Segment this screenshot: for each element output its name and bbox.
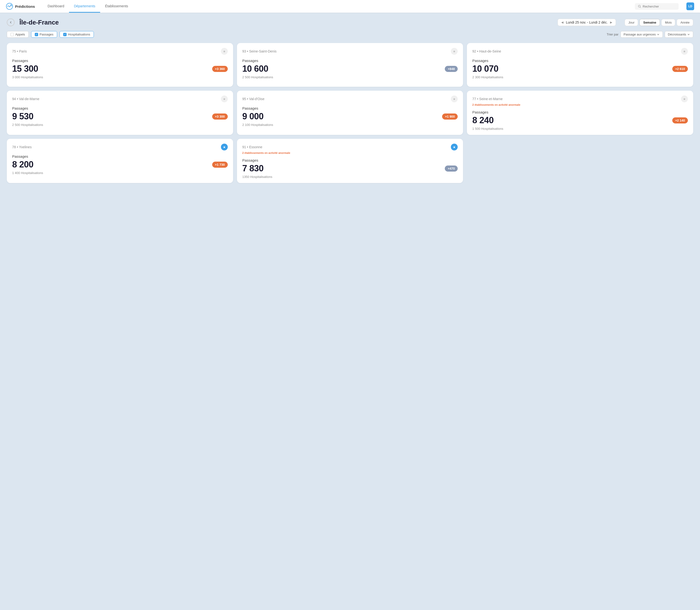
card-metric-label-75: Passages — [12, 59, 228, 63]
card-value-row-75: 15 300 +3 360 — [12, 64, 228, 74]
card-header-78: 78 • Yvelines ★ — [12, 144, 228, 150]
search-bar[interactable] — [635, 3, 679, 10]
card-dept-name-94: 94 • Val-de-Marne — [12, 97, 39, 101]
card-value-row-78: 8 200 +1 730 — [12, 159, 228, 170]
card-metric-label-94: Passages — [12, 106, 228, 110]
card-metric-label-95: Passages — [242, 106, 458, 110]
dept-card-77[interactable]: 77 • Seine-et-Marne ★ 2 établissements e… — [467, 91, 693, 135]
card-value-91: 7 830 — [242, 163, 264, 174]
back-button[interactable] — [7, 18, 15, 26]
filter-hospitalisations[interactable]: ✓ Hospitalisations — [60, 31, 94, 38]
star-button-75[interactable]: ★ — [221, 48, 228, 55]
card-dept-name-93: 93 • Seine-Saint-Denis — [242, 49, 276, 53]
card-value-93: 10 600 — [242, 64, 268, 74]
card-dept-name-75: 75 • Paris — [12, 49, 27, 53]
star-button-77[interactable]: ★ — [681, 96, 688, 102]
nav-etablissements[interactable]: Établissements — [100, 0, 133, 13]
sort-order-select[interactable]: Décroissants — [665, 31, 693, 38]
svg-line-2 — [640, 7, 641, 8]
card-badge-95: +1 900 — [442, 113, 458, 119]
departments-grid: 75 • Paris ★ Passages 15 300 +3 360 3 00… — [7, 43, 693, 183]
card-badge-93: +848 — [445, 66, 458, 72]
filter-appels-label: Appels — [15, 33, 25, 36]
star-button-93[interactable]: ★ — [451, 48, 458, 55]
star-button-92[interactable]: ★ — [681, 48, 688, 55]
card-alert-77: 2 établissements en activité anormale — [472, 103, 688, 106]
card-value-row-93: 10 600 +848 — [242, 64, 458, 74]
dept-card-75[interactable]: 75 • Paris ★ Passages 15 300 +3 360 3 00… — [7, 43, 233, 87]
sort-by-select[interactable]: Passage aux urgences — [621, 31, 663, 38]
filter-passages-label: Passages — [39, 33, 53, 36]
card-value-94: 9 530 — [12, 111, 34, 122]
sort-controls: Trier par Passage aux urgences Décroissa… — [607, 31, 693, 38]
card-body-95: Passages 9 000 +1 900 2 100 Hospitalisat… — [242, 106, 458, 127]
dept-card-95[interactable]: 95 • Val-d'Oise ★ Passages 9 000 +1 900 … — [237, 91, 463, 135]
navbar: Prédictions Dashboard Départements Établ… — [0, 0, 700, 13]
star-button-94[interactable]: ★ — [221, 96, 228, 102]
nav-dashboard[interactable]: Dashboard — [43, 0, 69, 13]
period-mois[interactable]: Mois — [661, 19, 675, 26]
card-badge-92: +2 610 — [672, 66, 688, 72]
date-range-label: Lundi 25 nov. - Lundi 2 déc. — [566, 20, 608, 24]
dept-card-94[interactable]: 94 • Val-de-Marne ★ Passages 9 530 +3 30… — [7, 91, 233, 135]
dept-card-78[interactable]: 78 • Yvelines ★ Passages 8 200 +1 730 1 … — [7, 139, 233, 183]
search-input[interactable] — [643, 5, 674, 8]
card-sub-75: 3 000 Hospitalisations — [12, 75, 228, 79]
checkbox-hospitalisations: ✓ — [63, 33, 67, 36]
next-date-icon[interactable]: ▶ — [610, 21, 612, 24]
dept-card-91[interactable]: 91 • Essonne ★ 2 établissements en activ… — [237, 139, 463, 183]
user-avatar[interactable]: LD — [686, 2, 694, 10]
dept-card-93[interactable]: 93 • Seine-Saint-Denis ★ Passages 10 600… — [237, 43, 463, 87]
card-value-row-91: 7 830 +470 — [242, 163, 458, 174]
card-sub-91: 1350 Hospitalisations — [242, 175, 458, 179]
sort-order-value: Décroissants — [668, 33, 686, 36]
star-button-91[interactable]: ★ — [451, 144, 458, 150]
search-icon — [638, 5, 641, 8]
card-value-row-77: 8 240 +2 140 — [472, 115, 688, 125]
checkbox-passages: ✓ — [35, 33, 38, 36]
page-title: Île-de-France — [19, 19, 59, 26]
period-semaine[interactable]: Semaine — [639, 19, 659, 26]
card-badge-91: +470 — [445, 165, 458, 172]
card-badge-78: +1 730 — [212, 162, 228, 168]
card-badge-75: +3 360 — [212, 66, 228, 72]
page-header: Île-de-France ◀ Lundi 25 nov. - Lundi 2 … — [7, 18, 693, 26]
card-metric-label-91: Passages — [242, 158, 458, 162]
star-button-78[interactable]: ★ — [221, 144, 228, 150]
card-sub-78: 1 400 Hospitalisations — [12, 171, 228, 175]
period-annee[interactable]: Année — [677, 19, 693, 26]
nav-links: Dashboard Départements Établissements — [43, 0, 627, 13]
date-navigator[interactable]: ◀ Lundi 25 nov. - Lundi 2 déc. ▶ — [558, 19, 616, 26]
card-header-95: 95 • Val-d'Oise ★ — [242, 96, 458, 102]
star-button-95[interactable]: ★ — [451, 96, 458, 102]
card-value-row-92: 10 070 +2 610 — [472, 64, 688, 74]
card-dept-name-78: 78 • Yvelines — [12, 145, 32, 149]
card-body-91: Passages 7 830 +470 1350 Hospitalisation… — [242, 158, 458, 179]
card-body-75: Passages 15 300 +3 360 3 000 Hospitalisa… — [12, 59, 228, 79]
nav-departements[interactable]: Départements — [69, 0, 100, 13]
card-header-91: 91 • Essonne ★ — [242, 144, 458, 150]
card-header-93: 93 • Seine-Saint-Denis ★ — [242, 48, 458, 55]
filter-appels[interactable]: Appels — [7, 31, 29, 38]
card-badge-94: +3 300 — [212, 113, 228, 119]
card-metric-label-93: Passages — [242, 59, 458, 63]
page-content: Île-de-France ◀ Lundi 25 nov. - Lundi 2 … — [0, 13, 700, 189]
card-body-78: Passages 8 200 +1 730 1 400 Hospitalisat… — [12, 154, 228, 175]
filter-passages[interactable]: ✓ Passages — [31, 31, 57, 38]
card-sub-94: 2 500 Hospitalisations — [12, 123, 228, 127]
period-jour[interactable]: Jour — [625, 19, 638, 26]
card-dept-name-77: 77 • Seine-et-Marne — [472, 97, 503, 101]
dept-card-92[interactable]: 92 • Haut-de-Seine ★ Passages 10 070 +2 … — [467, 43, 693, 87]
sort-label: Trier par — [607, 33, 619, 36]
arrow-left-icon — [9, 21, 12, 24]
card-sub-95: 2 100 Hospitalisations — [242, 123, 458, 127]
prev-date-icon[interactable]: ◀ — [561, 21, 563, 24]
card-metric-label-78: Passages — [12, 154, 228, 158]
filter-hospitalisations-label: Hospitalisations — [68, 33, 90, 36]
card-value-75: 15 300 — [12, 64, 38, 74]
app-logo[interactable]: Prédictions — [6, 3, 35, 10]
filters-row: Appels ✓ Passages ✓ Hospitalisations Tri… — [7, 31, 693, 38]
card-sub-92: 2 300 Hospitalisations — [472, 75, 688, 79]
sort-by-value: Passage aux urgences — [624, 33, 656, 36]
card-value-row-95: 9 000 +1 900 — [242, 111, 458, 122]
